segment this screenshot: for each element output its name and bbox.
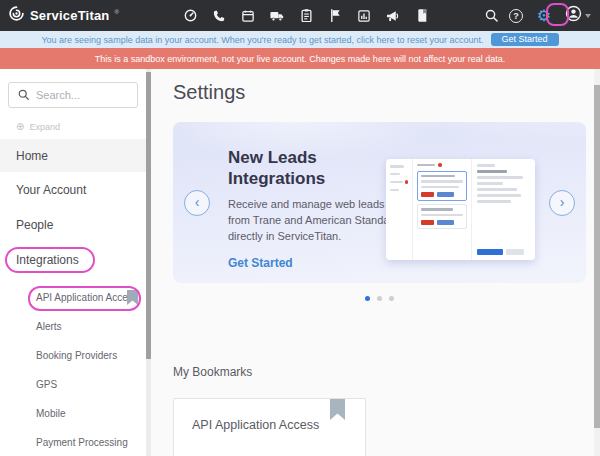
invoices-clipboard-icon[interactable]	[299, 9, 313, 23]
sidebar-subitem-payment-processing[interactable]: Payment Processing	[0, 428, 146, 456]
sidebar-subitem-label: Payment Processing	[36, 437, 128, 448]
sidebar-subitem-booking-providers[interactable]: Booking Providers	[0, 341, 146, 370]
sidebar-subitem-gps[interactable]: GPS	[0, 370, 146, 399]
help-icon[interactable]: ?	[509, 9, 523, 23]
marketing-megaphone-icon[interactable]	[386, 9, 400, 23]
sidebar-subitem-label: Mobile	[36, 408, 65, 419]
sidebar-subitem-api-application-access[interactable]: API Application Access	[0, 283, 146, 312]
page-title: Settings	[173, 81, 594, 104]
carousel-dot-2[interactable]	[377, 296, 382, 301]
my-bookmarks-heading: My Bookmarks	[173, 365, 594, 379]
bookmark-icon[interactable]	[330, 399, 345, 424]
dashboard-icon[interactable]	[183, 9, 197, 23]
sidebar-scrollbar-thumb[interactable]	[146, 72, 151, 359]
sidebar-item-label: Integrations	[16, 253, 79, 267]
carousel-dot-1[interactable]	[365, 296, 370, 301]
new-leads-carousel-card: ‹ › New Leads Integrations Receive and m…	[173, 122, 586, 283]
dispatch-truck-icon[interactable]	[270, 9, 284, 23]
carousel-text-block: New Leads Integrations Receive and manag…	[228, 148, 400, 271]
search-icon	[18, 86, 29, 104]
topbar: ServiceTitan ®	[0, 0, 600, 31]
sidebar-subitem-mobile[interactable]: Mobile	[0, 399, 146, 428]
mock-booking-card	[417, 171, 467, 202]
mock-nav-panel	[386, 159, 412, 260]
reports-chart-icon[interactable]	[357, 9, 371, 23]
settings-sidebar: ⊕ Expand Home Your Account People Integr…	[0, 69, 146, 456]
sidebar-subitem-alerts[interactable]: Alerts	[0, 312, 146, 341]
carousel-dot-3[interactable]	[389, 296, 394, 301]
page-scrollbar	[594, 69, 600, 456]
account-menu[interactable]	[565, 5, 591, 26]
sidebar-search-input[interactable]	[36, 89, 126, 101]
chevron-down-icon	[585, 14, 591, 18]
sidebar-subitem-label: Alerts	[36, 321, 62, 332]
content-area: ⊕ Expand Home Your Account People Integr…	[0, 69, 600, 456]
calendar-icon[interactable]	[241, 9, 255, 23]
topbar-right: ? ⚙	[484, 5, 591, 26]
sidebar-item-integrations[interactable]: Integrations	[0, 242, 146, 277]
reset-account-get-started-button[interactable]: Get Started	[491, 33, 559, 46]
carousel-illustration	[386, 159, 535, 260]
carousel-heading: New Leads Integrations	[228, 148, 378, 189]
carousel-next-button[interactable]: ›	[549, 190, 575, 216]
sample-data-banner-text: You are seeing sample data in your accou…	[41, 35, 483, 45]
integrations-submenu: API Application Access Alerts Booking Pr…	[0, 283, 146, 456]
settings-main: Settings ‹ › New Leads Integrations Rece…	[151, 69, 594, 456]
sidebar-item-your-account[interactable]: Your Account	[0, 172, 146, 207]
sidebar-subitem-label: Booking Providers	[36, 350, 117, 361]
mock-detail-panel	[472, 159, 535, 260]
pricebook-icon[interactable]	[415, 9, 429, 23]
sandbox-banner-text: This is a sandbox environment, not your …	[95, 54, 506, 64]
brand-name: ServiceTitan	[30, 8, 109, 23]
sidebar-item-label: People	[16, 218, 53, 232]
sidebar-subitem-label: GPS	[36, 379, 57, 390]
carousel-pagination	[173, 296, 586, 301]
sidebar-expand-toggle[interactable]: ⊕ Expand	[16, 122, 146, 132]
carousel-get-started-link[interactable]: Get Started	[228, 256, 293, 270]
bookmark-card-label: API Application Access	[192, 418, 319, 432]
avatar-icon	[565, 5, 582, 26]
bookmark-icon[interactable]	[127, 290, 138, 307]
search-icon[interactable]	[484, 9, 498, 23]
carousel-prev-button[interactable]: ‹	[184, 190, 210, 216]
carousel-description: Receive and manage web leads from Trane …	[228, 197, 400, 245]
sidebar-item-label: Your Account	[16, 183, 86, 197]
servicetitan-logo[interactable]: ServiceTitan ®	[8, 5, 119, 26]
sidebar-search-box[interactable]	[8, 82, 138, 108]
sample-data-banner: You are seeing sample data in your accou…	[0, 31, 600, 48]
topbar-nav	[183, 9, 429, 23]
phone-icon[interactable]	[212, 9, 226, 23]
servicetitan-logo-icon	[8, 5, 25, 26]
sandbox-banner: This is a sandbox environment, not your …	[0, 48, 600, 69]
sidebar-item-home[interactable]: Home	[0, 139, 146, 172]
expand-label: Expand	[29, 122, 60, 132]
settings-gear-icon[interactable]: ⚙	[534, 8, 554, 24]
sidebar-item-label: Home	[16, 149, 48, 163]
follow-ups-flag-icon[interactable]	[328, 9, 342, 23]
sidebar-scrollbar	[146, 69, 151, 456]
sidebar-item-people[interactable]: People	[0, 207, 146, 242]
registered-mark: ®	[114, 9, 118, 15]
page-scrollbar-thumb[interactable]	[594, 85, 600, 428]
bookmark-card-api-application-access[interactable]: API Application Access	[173, 398, 366, 456]
servicetitan-settings-screen: ServiceTitan ®	[0, 0, 600, 456]
mock-bookings-list	[412, 159, 472, 260]
expand-plus-icon: ⊕	[16, 122, 24, 132]
mock-booking-card	[417, 204, 467, 229]
sidebar-subitem-label: API Application Access	[36, 292, 138, 303]
